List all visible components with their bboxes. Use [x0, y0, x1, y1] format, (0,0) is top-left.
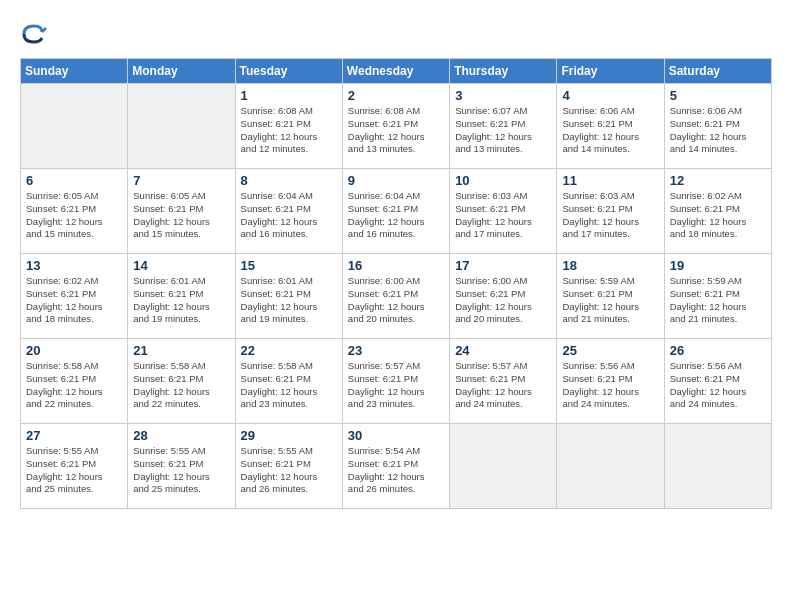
weekday-header-friday: Friday: [557, 59, 664, 84]
calendar-cell: 15Sunrise: 6:01 AM Sunset: 6:21 PM Dayli…: [235, 254, 342, 339]
day-info: Sunrise: 5:55 AM Sunset: 6:21 PM Dayligh…: [241, 445, 337, 496]
calendar-table: SundayMondayTuesdayWednesdayThursdayFrid…: [20, 58, 772, 509]
day-number: 3: [455, 88, 551, 103]
calendar-cell: 30Sunrise: 5:54 AM Sunset: 6:21 PM Dayli…: [342, 424, 449, 509]
day-info: Sunrise: 6:01 AM Sunset: 6:21 PM Dayligh…: [241, 275, 337, 326]
calendar-cell: 23Sunrise: 5:57 AM Sunset: 6:21 PM Dayli…: [342, 339, 449, 424]
day-number: 26: [670, 343, 766, 358]
weekday-header-saturday: Saturday: [664, 59, 771, 84]
day-number: 11: [562, 173, 658, 188]
day-info: Sunrise: 5:55 AM Sunset: 6:21 PM Dayligh…: [26, 445, 122, 496]
calendar-cell: [450, 424, 557, 509]
calendar-cell: 16Sunrise: 6:00 AM Sunset: 6:21 PM Dayli…: [342, 254, 449, 339]
day-info: Sunrise: 6:01 AM Sunset: 6:21 PM Dayligh…: [133, 275, 229, 326]
day-number: 13: [26, 258, 122, 273]
calendar-cell: 28Sunrise: 5:55 AM Sunset: 6:21 PM Dayli…: [128, 424, 235, 509]
calendar-cell: 27Sunrise: 5:55 AM Sunset: 6:21 PM Dayli…: [21, 424, 128, 509]
calendar-cell: 4Sunrise: 6:06 AM Sunset: 6:21 PM Daylig…: [557, 84, 664, 169]
day-number: 23: [348, 343, 444, 358]
day-number: 6: [26, 173, 122, 188]
calendar-cell: 22Sunrise: 5:58 AM Sunset: 6:21 PM Dayli…: [235, 339, 342, 424]
logo-icon: [20, 20, 48, 48]
day-info: Sunrise: 6:08 AM Sunset: 6:21 PM Dayligh…: [241, 105, 337, 156]
day-info: Sunrise: 6:00 AM Sunset: 6:21 PM Dayligh…: [455, 275, 551, 326]
day-info: Sunrise: 5:58 AM Sunset: 6:21 PM Dayligh…: [241, 360, 337, 411]
calendar-cell: 18Sunrise: 5:59 AM Sunset: 6:21 PM Dayli…: [557, 254, 664, 339]
day-info: Sunrise: 6:05 AM Sunset: 6:21 PM Dayligh…: [26, 190, 122, 241]
day-info: Sunrise: 5:59 AM Sunset: 6:21 PM Dayligh…: [670, 275, 766, 326]
weekday-header-monday: Monday: [128, 59, 235, 84]
day-info: Sunrise: 5:58 AM Sunset: 6:21 PM Dayligh…: [26, 360, 122, 411]
day-info: Sunrise: 6:06 AM Sunset: 6:21 PM Dayligh…: [670, 105, 766, 156]
day-number: 4: [562, 88, 658, 103]
day-info: Sunrise: 5:56 AM Sunset: 6:21 PM Dayligh…: [562, 360, 658, 411]
day-info: Sunrise: 5:59 AM Sunset: 6:21 PM Dayligh…: [562, 275, 658, 326]
calendar-week-2: 6Sunrise: 6:05 AM Sunset: 6:21 PM Daylig…: [21, 169, 772, 254]
day-info: Sunrise: 6:00 AM Sunset: 6:21 PM Dayligh…: [348, 275, 444, 326]
day-number: 27: [26, 428, 122, 443]
day-info: Sunrise: 5:56 AM Sunset: 6:21 PM Dayligh…: [670, 360, 766, 411]
day-info: Sunrise: 6:07 AM Sunset: 6:21 PM Dayligh…: [455, 105, 551, 156]
day-info: Sunrise: 6:05 AM Sunset: 6:21 PM Dayligh…: [133, 190, 229, 241]
calendar-cell: 19Sunrise: 5:59 AM Sunset: 6:21 PM Dayli…: [664, 254, 771, 339]
day-number: 17: [455, 258, 551, 273]
calendar-cell: 25Sunrise: 5:56 AM Sunset: 6:21 PM Dayli…: [557, 339, 664, 424]
day-info: Sunrise: 6:03 AM Sunset: 6:21 PM Dayligh…: [455, 190, 551, 241]
day-info: Sunrise: 5:58 AM Sunset: 6:21 PM Dayligh…: [133, 360, 229, 411]
day-number: 15: [241, 258, 337, 273]
day-info: Sunrise: 5:57 AM Sunset: 6:21 PM Dayligh…: [455, 360, 551, 411]
day-number: 9: [348, 173, 444, 188]
calendar-cell: 20Sunrise: 5:58 AM Sunset: 6:21 PM Dayli…: [21, 339, 128, 424]
day-number: 5: [670, 88, 766, 103]
calendar-cell: 6Sunrise: 6:05 AM Sunset: 6:21 PM Daylig…: [21, 169, 128, 254]
calendar-cell: 3Sunrise: 6:07 AM Sunset: 6:21 PM Daylig…: [450, 84, 557, 169]
day-info: Sunrise: 6:04 AM Sunset: 6:21 PM Dayligh…: [348, 190, 444, 241]
header: [20, 20, 772, 48]
weekday-header-row: SundayMondayTuesdayWednesdayThursdayFrid…: [21, 59, 772, 84]
weekday-header-tuesday: Tuesday: [235, 59, 342, 84]
calendar-cell: 5Sunrise: 6:06 AM Sunset: 6:21 PM Daylig…: [664, 84, 771, 169]
day-number: 8: [241, 173, 337, 188]
day-number: 29: [241, 428, 337, 443]
calendar-cell: 24Sunrise: 5:57 AM Sunset: 6:21 PM Dayli…: [450, 339, 557, 424]
calendar-cell: 26Sunrise: 5:56 AM Sunset: 6:21 PM Dayli…: [664, 339, 771, 424]
calendar-cell: 29Sunrise: 5:55 AM Sunset: 6:21 PM Dayli…: [235, 424, 342, 509]
day-number: 12: [670, 173, 766, 188]
day-number: 16: [348, 258, 444, 273]
calendar-cell: [128, 84, 235, 169]
day-number: 22: [241, 343, 337, 358]
day-number: 7: [133, 173, 229, 188]
day-info: Sunrise: 6:02 AM Sunset: 6:21 PM Dayligh…: [670, 190, 766, 241]
day-number: 14: [133, 258, 229, 273]
day-info: Sunrise: 5:54 AM Sunset: 6:21 PM Dayligh…: [348, 445, 444, 496]
calendar-cell: 10Sunrise: 6:03 AM Sunset: 6:21 PM Dayli…: [450, 169, 557, 254]
day-info: Sunrise: 6:08 AM Sunset: 6:21 PM Dayligh…: [348, 105, 444, 156]
day-info: Sunrise: 6:02 AM Sunset: 6:21 PM Dayligh…: [26, 275, 122, 326]
day-info: Sunrise: 6:06 AM Sunset: 6:21 PM Dayligh…: [562, 105, 658, 156]
day-info: Sunrise: 5:55 AM Sunset: 6:21 PM Dayligh…: [133, 445, 229, 496]
logo: [20, 20, 52, 48]
calendar-week-4: 20Sunrise: 5:58 AM Sunset: 6:21 PM Dayli…: [21, 339, 772, 424]
day-number: 1: [241, 88, 337, 103]
day-number: 18: [562, 258, 658, 273]
weekday-header-wednesday: Wednesday: [342, 59, 449, 84]
day-number: 20: [26, 343, 122, 358]
calendar-cell: 2Sunrise: 6:08 AM Sunset: 6:21 PM Daylig…: [342, 84, 449, 169]
day-number: 10: [455, 173, 551, 188]
calendar-cell: 1Sunrise: 6:08 AM Sunset: 6:21 PM Daylig…: [235, 84, 342, 169]
calendar-cell: 17Sunrise: 6:00 AM Sunset: 6:21 PM Dayli…: [450, 254, 557, 339]
day-info: Sunrise: 5:57 AM Sunset: 6:21 PM Dayligh…: [348, 360, 444, 411]
calendar-week-5: 27Sunrise: 5:55 AM Sunset: 6:21 PM Dayli…: [21, 424, 772, 509]
calendar-cell: 12Sunrise: 6:02 AM Sunset: 6:21 PM Dayli…: [664, 169, 771, 254]
day-info: Sunrise: 6:03 AM Sunset: 6:21 PM Dayligh…: [562, 190, 658, 241]
day-number: 21: [133, 343, 229, 358]
calendar-week-3: 13Sunrise: 6:02 AM Sunset: 6:21 PM Dayli…: [21, 254, 772, 339]
calendar-cell: 21Sunrise: 5:58 AM Sunset: 6:21 PM Dayli…: [128, 339, 235, 424]
weekday-header-sunday: Sunday: [21, 59, 128, 84]
day-number: 19: [670, 258, 766, 273]
day-number: 2: [348, 88, 444, 103]
calendar-cell: 9Sunrise: 6:04 AM Sunset: 6:21 PM Daylig…: [342, 169, 449, 254]
calendar-cell: [557, 424, 664, 509]
calendar-cell: [664, 424, 771, 509]
calendar-cell: 8Sunrise: 6:04 AM Sunset: 6:21 PM Daylig…: [235, 169, 342, 254]
